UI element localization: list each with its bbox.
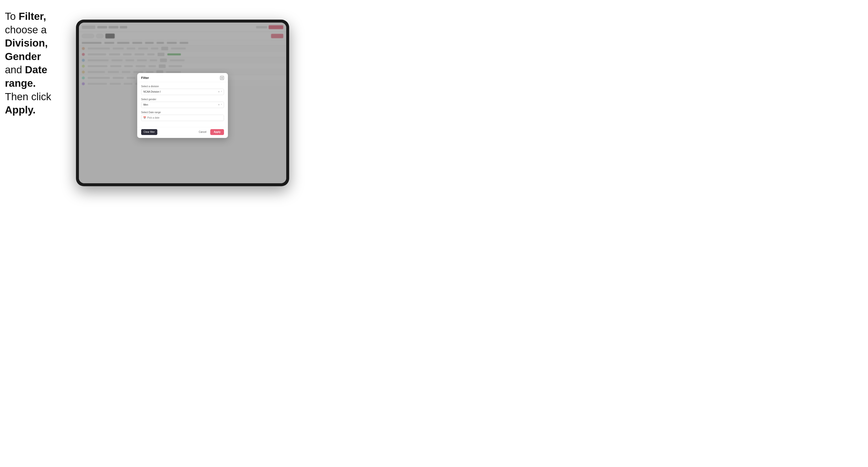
modal-title: Filter <box>141 76 149 80</box>
gender-select-wrapper: Men Women × ⌃ <box>141 102 224 108</box>
gender-form-group: Select gender Men Women × ⌃ <box>141 98 224 108</box>
tablet-screen: Filter × Select a division NCAA Division… <box>79 23 286 183</box>
division-form-group: Select a division NCAA Division I NCAA D… <box>141 85 224 95</box>
tablet-frame: Filter × Select a division NCAA Division… <box>76 20 289 186</box>
modal-action-buttons: Cancel Apply <box>196 129 224 135</box>
modal-close-button[interactable]: × <box>220 76 224 80</box>
instruction-line4: Then click <box>5 91 51 102</box>
modal-header: Filter × <box>137 73 228 82</box>
division-select[interactable]: NCAA Division I NCAA Division II NCAA Di… <box>141 89 224 95</box>
date-input-wrapper: 📅 <box>141 115 224 121</box>
calendar-icon: 📅 <box>143 116 146 119</box>
instruction-bold1: Filter, <box>19 10 46 22</box>
gender-label: Select gender <box>141 98 224 101</box>
gender-select[interactable]: Men Women <box>141 102 224 108</box>
clear-filter-button[interactable]: Clear filter <box>141 129 157 135</box>
date-form-group: Select Date range 📅 <box>141 111 224 121</box>
date-range-input[interactable] <box>141 115 224 121</box>
cancel-button[interactable]: Cancel <box>196 129 209 135</box>
division-label: Select a division <box>141 85 224 88</box>
instruction-bold2: Division, Gender <box>5 37 48 62</box>
instruction-bold4: Apply. <box>5 104 35 116</box>
modal-body: Select a division NCAA Division I NCAA D… <box>137 82 228 127</box>
filter-modal: Filter × Select a division NCAA Division… <box>137 73 228 138</box>
instruction-block: To Filter, choose a Division, Gender and… <box>5 10 76 117</box>
instruction-line2: choose a <box>5 24 46 35</box>
division-select-wrapper: NCAA Division I NCAA Division II NCAA Di… <box>141 89 224 95</box>
instruction-line1: To <box>5 10 19 22</box>
instruction-line3: and <box>5 64 25 75</box>
apply-button[interactable]: Apply <box>210 129 224 135</box>
date-label: Select Date range <box>141 111 224 114</box>
modal-footer: Clear filter Cancel Apply <box>137 127 228 138</box>
modal-overlay: Filter × Select a division NCAA Division… <box>79 23 286 183</box>
